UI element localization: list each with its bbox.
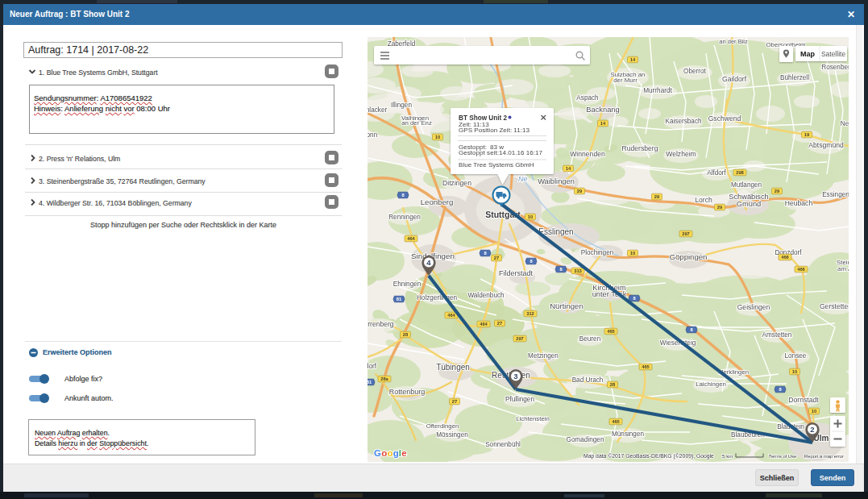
svg-text:28: 28 <box>610 382 616 387</box>
svg-text:an der Enz: an der Enz <box>401 119 432 127</box>
svg-text:10: 10 <box>435 135 440 139</box>
svg-text:10: 10 <box>812 409 816 414</box>
svg-text:errenberg: errenberg <box>368 320 394 328</box>
svg-text:81: 81 <box>397 297 402 301</box>
svg-text:10: 10 <box>792 369 797 374</box>
svg-text:Aspach: Aspach <box>576 94 599 102</box>
svg-text:27: 27 <box>494 256 499 260</box>
svg-text:Plochingen: Plochingen <box>581 249 614 256</box>
svg-text:Bühlerzell: Bühlerzell <box>780 74 809 81</box>
svg-text:81: 81 <box>368 380 372 385</box>
svg-text:Ditzingen: Ditzingen <box>442 179 471 187</box>
svg-text:28a: 28a <box>380 376 388 381</box>
svg-text:27: 27 <box>497 321 502 326</box>
svg-text:Amstetten: Amstetten <box>762 331 792 339</box>
svg-text:Münsingen: Münsingen <box>612 430 645 438</box>
svg-text:Filderstadt: Filderstadt <box>499 269 534 277</box>
svg-text:Rottenburg: Rottenburg <box>389 388 426 396</box>
svg-text:Laichingen: Laichingen <box>696 380 726 388</box>
svg-text:Gmünd: Gmünd <box>737 200 762 208</box>
svg-text:14: 14 <box>600 121 606 126</box>
svg-text:2: 2 <box>810 425 814 434</box>
svg-text:Mutlangen: Mutlangen <box>731 181 762 189</box>
svg-text:Tübingen: Tübingen <box>436 363 470 372</box>
svg-text:465: 465 <box>607 329 615 334</box>
svg-text:Lonsee: Lonsee <box>785 352 807 360</box>
svg-text:Lorch: Lorch <box>695 196 712 204</box>
svg-text:Gschwend: Gschwend <box>708 114 741 123</box>
svg-text:Google: Google <box>374 448 407 458</box>
svg-text:Backnang: Backnang <box>586 106 619 114</box>
svg-text:Waldenbuch: Waldenbuch <box>467 292 505 299</box>
svg-text:Kaisersbach: Kaisersbach <box>665 118 702 125</box>
svg-text:464: 464 <box>480 322 488 326</box>
svg-text:Dornstadt: Dornstadt <box>788 396 819 404</box>
svg-text:29: 29 <box>577 189 583 193</box>
svg-text:465: 465 <box>642 364 650 369</box>
svg-text:Renningen: Renningen <box>388 214 421 221</box>
svg-text:Map: Map <box>800 50 816 58</box>
svg-text:10: 10 <box>528 214 533 219</box>
svg-text:Gestoppt seit:14.01.16 16:17: Gestoppt seit:14.01.16 16:17 <box>459 149 542 156</box>
svg-text:Metzingen: Metzingen <box>528 352 559 360</box>
svg-text:Ne: Ne <box>518 175 528 183</box>
svg-text:3: 3 <box>513 372 517 380</box>
svg-text:Satellite: Satellite <box>821 50 846 58</box>
svg-text:Murrhardt: Murrhardt <box>643 87 672 94</box>
svg-text:GPS Position Zeit: 11:13: GPS Position Zeit: 11:13 <box>459 127 530 134</box>
svg-text:297: 297 <box>516 336 524 341</box>
svg-text:29: 29 <box>775 189 780 193</box>
svg-text:Abtsgmünd: Abtsgmünd <box>808 141 844 149</box>
svg-text:Report a map error: Report a map error <box>804 454 844 459</box>
svg-text:Gerstetten: Gerstetten <box>820 302 849 310</box>
svg-text:298: 298 <box>736 170 744 175</box>
svg-text:Oberrot: Oberrot <box>683 68 706 75</box>
svg-text:297: 297 <box>682 231 690 236</box>
svg-text:Pfullingen: Pfullingen <box>505 396 534 403</box>
svg-text:Mössingen: Mössingen <box>436 431 468 439</box>
svg-text:27: 27 <box>452 399 457 404</box>
svg-text:Gomadingen: Gomadingen <box>567 436 604 443</box>
svg-text:Ne: Ne <box>841 120 849 127</box>
svg-text:313: 313 <box>574 268 582 273</box>
svg-text:19: 19 <box>804 132 810 137</box>
svg-text:Illingen: Illingen <box>391 102 412 109</box>
svg-text:hlacker: hlacker <box>368 106 387 114</box>
svg-text:Gaildorf: Gaildorf <box>722 75 747 83</box>
svg-text:466: 466 <box>781 255 789 260</box>
svg-text:Blue Tree Systems GbmH: Blue Tree Systems GbmH <box>459 161 534 168</box>
svg-text:ronn: ronn <box>368 131 378 139</box>
svg-text:Nürtingen: Nürtingen <box>550 301 584 310</box>
svg-text:10: 10 <box>630 251 635 256</box>
svg-text:464: 464 <box>447 313 455 318</box>
svg-text:Ofterdingen: Ofterdingen <box>426 422 459 430</box>
svg-text:Welzheim: Welzheim <box>666 150 696 158</box>
svg-text:14: 14 <box>566 166 571 171</box>
svg-text:der Murr: der Murr <box>613 77 638 84</box>
svg-text:Ehningen: Ehningen <box>393 281 422 288</box>
svg-text:29: 29 <box>717 205 723 210</box>
svg-text:Alfdorf: Alfdorf <box>707 169 726 177</box>
svg-text:Winnenden: Winnenden <box>570 150 605 158</box>
svg-text:4: 4 <box>426 258 431 267</box>
svg-text:29: 29 <box>654 194 660 199</box>
svg-text:an der Bilz: an der Bilz <box>719 38 748 45</box>
svg-text:Beuren: Beuren <box>579 335 601 343</box>
svg-text:Map data ©2017 GeoBasis-DE/BKG: Map data ©2017 GeoBasis-DE/BKG (©2009), … <box>584 453 714 459</box>
svg-text:Sonnenbühl: Sonnenbühl <box>485 441 521 448</box>
svg-text:Bad Urach: Bad Urach <box>572 376 604 384</box>
svg-text:Rudersberg: Rudersberg <box>622 144 658 152</box>
svg-text:Waiblingen: Waiblingen <box>538 177 575 185</box>
svg-text:am A: am A <box>837 265 849 272</box>
svg-text:Terms of Use: Terms of Use <box>769 454 796 459</box>
svg-text:28: 28 <box>403 332 409 337</box>
svg-text:dorf: dorf <box>368 363 377 370</box>
svg-text:14: 14 <box>630 57 636 62</box>
svg-text:Göppingen: Göppingen <box>670 252 708 261</box>
svg-text:Rosenber: Rosenber <box>821 64 849 71</box>
svg-text:312: 312 <box>526 311 534 316</box>
svg-text:Leonberg: Leonberg <box>421 198 454 206</box>
svg-text:Holzgerlingen: Holzgerlingen <box>417 294 458 301</box>
svg-text:466: 466 <box>797 267 805 272</box>
svg-text:465: 465 <box>612 419 620 424</box>
